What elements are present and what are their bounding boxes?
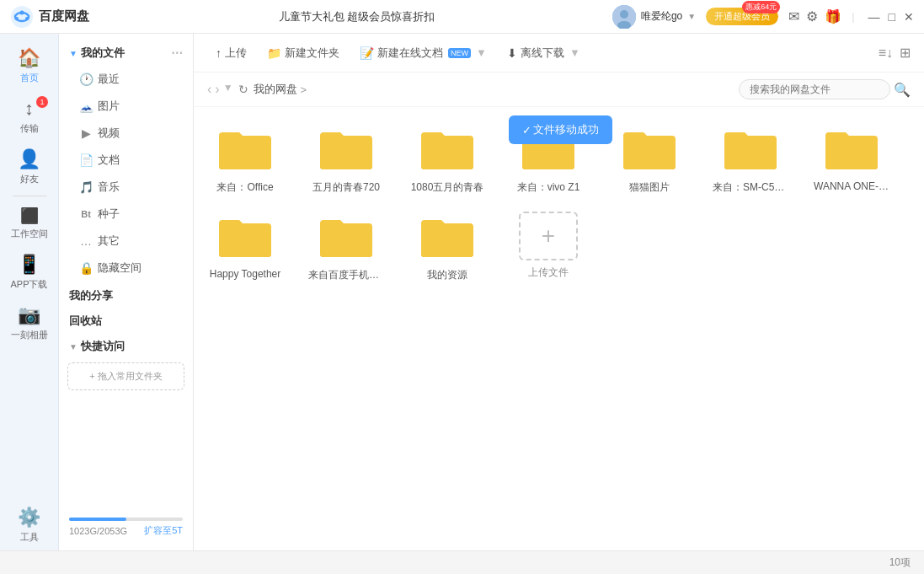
mail-icon[interactable]: ✉ <box>788 8 799 24</box>
search-area: 🔍 <box>739 79 911 99</box>
toast-check-icon: ✓ <box>522 124 531 137</box>
sidebar-item-app-download[interactable]: 📱 APP下载 <box>0 247 58 298</box>
nav-item-hidden[interactable]: 🔒 隐藏空间 <box>59 255 193 282</box>
folder-name: 来自：Office <box>216 180 273 195</box>
upload-file-placeholder[interactable]: + 上传文件 <box>510 212 586 282</box>
recycle-label[interactable]: 回收站 <box>59 307 193 332</box>
nav-label-recent: 最近 <box>98 72 120 87</box>
torrent-icon: Bt <box>79 209 93 219</box>
folder-name: Happy Together <box>210 268 281 280</box>
sidebar-label-tools: 工具 <box>20 531 39 544</box>
nav-label-torrent: 种子 <box>98 207 120 222</box>
folder-item[interactable]: 1080五月的青春 <box>409 124 485 195</box>
images-icon: 🗻 <box>79 99 93 113</box>
sidebar-label-friends: 好友 <box>20 173 39 185</box>
folder-item[interactable]: WANNA ONE-1… <box>814 124 889 195</box>
grid-view-icon[interactable]: ⊞ <box>900 45 911 61</box>
nav-label-other: 其它 <box>98 233 120 249</box>
folder-name: 我的资源 <box>427 268 467 282</box>
new-doc-button[interactable]: 📝 新建在线文档 NEW ▼ <box>351 41 495 65</box>
folder-item[interactable]: 来自：Office <box>207 124 283 195</box>
search-icon[interactable]: 🔍 <box>894 82 911 98</box>
gift-icon[interactable]: 🎁 <box>825 8 841 24</box>
nav-item-other[interactable]: … 其它 <box>59 228 193 255</box>
minimize-button[interactable]: — <box>868 10 880 24</box>
folder-name: 猫猫图片 <box>629 180 670 195</box>
nav-item-music[interactable]: 🎵 音乐 <box>59 174 193 201</box>
plus-icon: + <box>542 223 555 249</box>
workspace-icon: ⬛ <box>20 207 39 225</box>
folder-item[interactable]: Happy Together <box>207 212 283 282</box>
home-icon: 🏠 <box>18 47 40 69</box>
new-doc-icon: 📝 <box>360 46 374 60</box>
vip-button[interactable]: 开通超级会员 惠减64元 <box>706 8 778 25</box>
my-files-header[interactable]: ▼ 我的文件 ⋯ <box>59 40 193 66</box>
transfer-badge: 1 <box>36 96 48 108</box>
upload-icon: ↑ <box>216 46 222 60</box>
svg-point-3 <box>25 17 29 20</box>
folder-item[interactable]: 猫猫图片 <box>612 124 687 195</box>
offline-download-button[interactable]: ⬇ 离线下载 ▼ <box>499 41 589 65</box>
user-name: 唯爱纶go <box>641 9 682 24</box>
drop-zone[interactable]: + 拖入常用文件夹 <box>67 362 184 390</box>
sidebar-item-workspace[interactable]: ⬛ 工作空间 <box>0 200 58 247</box>
folder-item[interactable]: 来自：SM-C5000 <box>713 124 788 195</box>
user-dropdown-icon[interactable]: ▼ <box>687 12 696 21</box>
nav-label-docs: 文档 <box>98 153 120 168</box>
sidebar-item-home[interactable]: 🏠 首页 <box>0 40 58 91</box>
storage-bar-fill <box>69 518 126 521</box>
tools-icon: ⚙️ <box>18 507 40 528</box>
folder-name: 来自：vivo Z1 <box>517 180 580 195</box>
settings-icon[interactable]: ⚙ <box>806 8 818 24</box>
my-share-label[interactable]: 我的分享 <box>59 282 193 307</box>
sidebar-label-workspace: 工作空间 <box>11 228 48 240</box>
other-icon: … <box>79 234 93 248</box>
user-area[interactable]: 唯爱纶go ▼ <box>612 5 696 29</box>
nav-panel: ▼ 我的文件 ⋯ 🕐 最近 🗻 图片 ▶ 视频 📄 文档 🎵 音乐 Bt 种子 <box>59 34 194 550</box>
sidebar-label-album: 一刻相册 <box>11 329 48 341</box>
new-doc-badge: NEW <box>448 48 471 58</box>
folder-icon-wrap <box>418 124 477 175</box>
search-input[interactable] <box>739 79 890 99</box>
dropdown-nav-icon[interactable]: ▼ <box>223 82 233 97</box>
download-dropdown-icon[interactable]: ▼ <box>569 46 580 59</box>
my-files-options-icon[interactable]: ⋯ <box>171 46 183 60</box>
close-button[interactable]: ✕ <box>904 10 914 24</box>
folder-name: 五月的青春720 <box>312 180 380 195</box>
quick-access-header[interactable]: ▼ 快捷访问 <box>59 332 193 357</box>
folder-item[interactable]: 五月的青春720 <box>308 124 384 195</box>
upload-button[interactable]: ↑ 上传 <box>207 41 255 65</box>
new-doc-label: 新建在线文档 <box>377 46 443 61</box>
folder-item[interactable]: 我的资源 <box>409 212 485 282</box>
folder-icon-wrap <box>822 124 881 175</box>
nav-item-video[interactable]: ▶ 视频 <box>59 120 193 147</box>
folder-icon-wrap <box>317 212 376 263</box>
folder-item[interactable]: 来自百度手机浏… <box>308 212 384 282</box>
breadcrumb-root[interactable]: 我的网盘 <box>254 82 297 97</box>
sidebar-label-transfer: 传输 <box>20 122 39 135</box>
expand-storage-link[interactable]: 扩容至5T <box>144 524 183 537</box>
back-arrow[interactable]: ‹ <box>207 82 211 97</box>
album-icon: 📷 <box>18 304 40 326</box>
sort-icon[interactable]: ≡↓ <box>879 46 893 61</box>
brand-name: 百度网盘 <box>39 8 89 24</box>
nav-item-docs[interactable]: 📄 文档 <box>59 147 193 174</box>
maximize-button[interactable]: □ <box>889 10 895 24</box>
sidebar-item-tools[interactable]: ⚙️ 工具 <box>0 500 58 550</box>
nav-label-music: 音乐 <box>98 180 120 195</box>
sidebar-item-album[interactable]: 📷 一刻相册 <box>0 298 58 348</box>
sidebar-divider <box>13 196 46 196</box>
app-download-icon: 📱 <box>18 254 40 276</box>
nav-item-torrent[interactable]: Bt 种子 <box>59 201 193 228</box>
nav-item-images[interactable]: 🗻 图片 <box>59 93 193 120</box>
sidebar-item-transfer[interactable]: ↕️ 1 传输 <box>0 91 58 142</box>
new-doc-dropdown-icon[interactable]: ▼ <box>476 46 487 59</box>
sidebar-item-friends[interactable]: 👤 好友 <box>0 142 58 192</box>
forward-arrow[interactable]: › <box>215 82 219 97</box>
new-folder-button[interactable]: 📁 新建文件夹 <box>259 41 348 65</box>
avatar <box>612 5 636 29</box>
nav-item-recent[interactable]: 🕐 最近 <box>59 66 193 93</box>
titlebar-promo-area: 儿童节大礼包 超级会员惊喜折扣 <box>111 9 602 24</box>
quick-access-label: 快捷访问 <box>81 339 125 354</box>
refresh-button[interactable]: ↻ <box>238 83 248 96</box>
